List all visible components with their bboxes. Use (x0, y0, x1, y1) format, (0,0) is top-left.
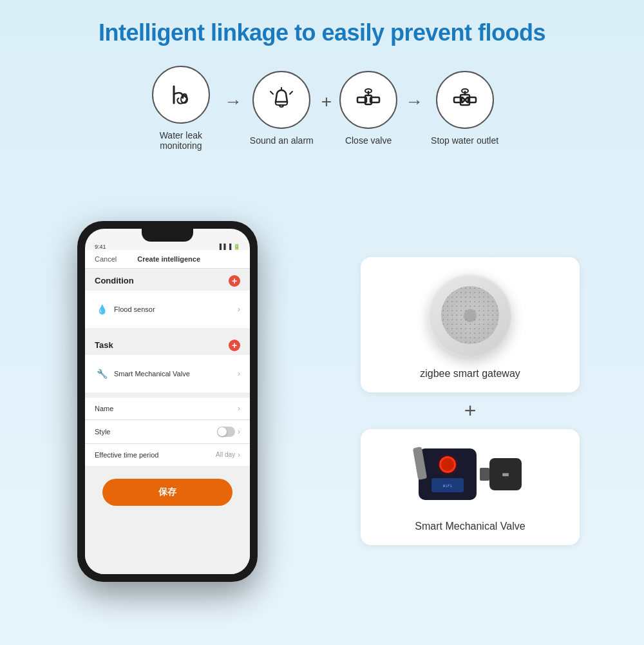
flow-plus: + (321, 91, 332, 112)
svg-line-3 (290, 91, 292, 94)
phone-title: Create intelligence (137, 255, 200, 263)
gateway-speaker-dots (441, 286, 499, 344)
phone-time: 9:41 (95, 244, 106, 250)
phone-screen: 9:41 ▐▐ ▐ 🔋 Cancel Create intelligence C… (85, 229, 250, 574)
phone-name-row[interactable]: Name › (85, 398, 250, 419)
flow-item-alarm: Sound an alarm (250, 71, 314, 146)
svg-line-2 (270, 91, 273, 94)
phone-content: Condition + 💧 Flood sensor › (85, 269, 250, 574)
phone-condition-header: Condition + (85, 269, 250, 291)
gateway-body (428, 273, 512, 357)
phone-time-row[interactable]: Effective time period All day › (85, 444, 250, 466)
phone-valve-row[interactable]: 🔧 Smart Mechanical Valve › (95, 361, 240, 386)
phone-task-add[interactable]: + (229, 340, 240, 351)
phone-notch (142, 229, 193, 242)
valve-connector: ■■ (489, 458, 522, 490)
phone-condition-card: 💧 Flood sensor › (85, 291, 250, 328)
phone-style-row[interactable]: Style › (85, 420, 250, 443)
main-title: Intelligent linkage to easily prevent fl… (99, 19, 545, 46)
valve-pipe (480, 468, 489, 481)
gateway-label: zigbee smart gateway (420, 368, 520, 380)
separator-1 (85, 328, 250, 333)
phone-valve-left: 🔧 Smart Mechanical Valve (95, 367, 190, 381)
phone-condition-title: Condition (95, 276, 134, 285)
phone-task-card: 🔧 Smart Mechanical Valve › (85, 355, 250, 392)
gateway-image (425, 270, 515, 360)
phone-task-header: Task + (85, 333, 250, 355)
gateway-center (464, 309, 476, 321)
flow-label-3: Close valve (345, 135, 392, 146)
phone-task-title: Task (95, 340, 113, 350)
valve-task-icon: 🔧 (95, 367, 109, 381)
phone-cancel[interactable]: Cancel (95, 255, 117, 263)
phone-mockup: 9:41 ▐▐ ▐ 🔋 Cancel Create intelligence C… (77, 221, 258, 582)
valve-image: WiFi ■■ (412, 442, 528, 513)
phone-name-label: Name (95, 405, 113, 412)
flow-label-4: Stop water outlet (431, 135, 498, 146)
flow-arrow-1: → (224, 91, 242, 112)
phone-status-bar: 9:41 ▐▐ ▐ 🔋 (85, 242, 250, 250)
phone-valve-label: Smart Mechanical Valve (114, 370, 190, 378)
phone-flood-label: Flood sensor (114, 305, 155, 313)
plus-divider: + (464, 399, 477, 423)
flow-label-1: Water leak monitoring (146, 130, 216, 151)
page-container: Intelligent linkage to easily prevent fl… (0, 0, 644, 645)
bottom-section: 9:41 ▐▐ ▐ 🔋 Cancel Create intelligence C… (26, 170, 618, 632)
phone-time-value: All day (216, 451, 235, 458)
phone-flood-row[interactable]: 💧 Flood sensor › (95, 297, 240, 322)
phone-flood-left: 💧 Flood sensor (95, 302, 155, 316)
flood-chevron: › (238, 305, 240, 314)
phone-nav: Cancel Create intelligence (85, 250, 250, 269)
stop-valve-circle (436, 71, 494, 129)
phone-condition-add[interactable]: + (229, 275, 240, 287)
products-container: zigbee smart gateway + WiFi (322, 170, 618, 632)
phone-style-toggle[interactable] (217, 427, 235, 437)
valve-circle (339, 71, 397, 129)
phone-style-label: Style (95, 428, 110, 436)
name-chevron: › (238, 404, 240, 413)
phone-save-btn[interactable]: 保存 (102, 479, 232, 506)
phone-container: 9:41 ▐▐ ▐ 🔋 Cancel Create intelligence C… (26, 170, 309, 632)
flow-diagram: Water leak monitoring → Sound an alarm + (26, 66, 618, 151)
flow-item-close-valve: Close valve (339, 71, 397, 146)
valve-product-label: Smart Mechanical Valve (415, 521, 525, 532)
phone-time-label: Effective time period (95, 451, 158, 459)
valve-chevron: › (238, 369, 240, 378)
phone-status-icons: ▐▐ ▐ 🔋 (218, 244, 240, 250)
flood-icon: 💧 (95, 302, 109, 316)
gateway-card: zigbee smart gateway (361, 257, 580, 392)
flow-item-water-leak: Water leak monitoring (146, 66, 216, 151)
valve-display: WiFi (431, 478, 464, 492)
separator-2 (85, 392, 250, 398)
flow-arrow-2: → (405, 91, 423, 112)
flow-label-2: Sound an alarm (250, 135, 314, 146)
valve-power-btn (439, 456, 456, 473)
alarm-circle (252, 71, 310, 129)
valve-card: WiFi ■■ Smart Mechanical Valve (361, 429, 580, 545)
water-leak-circle (152, 66, 210, 124)
flow-item-stop-water: Stop water outlet (431, 71, 498, 146)
